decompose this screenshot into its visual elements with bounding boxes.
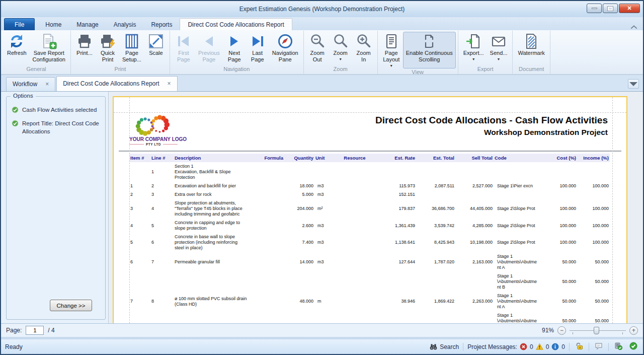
navigation-pane-button[interactable]: Navigation Pane: [269, 32, 301, 65]
cell-resource: [333, 292, 377, 311]
page-layout-button[interactable]: Page Layout▼: [380, 32, 403, 68]
ribbon-group-label-general: General: [3, 65, 70, 74]
next-page-button[interactable]: Next Page: [223, 32, 246, 65]
close-button[interactable]: ✕: [619, 4, 640, 13]
tab-list-dropdown-button[interactable]: [628, 79, 639, 89]
ribbon-tab-home[interactable]: Home: [38, 19, 69, 30]
quick-print-button[interactable]: Quick Print: [96, 32, 119, 65]
backup-status-button[interactable]: [613, 342, 624, 351]
check-icon: [12, 120, 19, 127]
ribbon-tab-direct-cost-code-allocations-report[interactable]: Direct Cost Code Allocations Report: [180, 18, 292, 30]
last-page-button[interactable]: Last Page: [246, 32, 269, 65]
close-tab-icon[interactable]: ×: [45, 82, 49, 87]
comments-button[interactable]: [593, 342, 604, 351]
search-button[interactable]: Search: [430, 343, 459, 350]
scale-button[interactable]: Scale: [144, 32, 168, 65]
watermark-button[interactable]: Watermark: [515, 32, 547, 65]
cell-resource: [333, 311, 377, 323]
table-row: Stage 1 \Abutments\Abutme nt B50.00050.0…: [129, 272, 610, 292]
ribbon-tab-reports[interactable]: Reports: [143, 19, 180, 30]
refresh-button[interactable]: Refresh: [4, 32, 30, 65]
table-row: 12Excavation and backfill for pier18.000…: [129, 182, 610, 190]
watermark-icon: [523, 33, 539, 49]
ribbon-group-label-print: Print: [71, 65, 169, 74]
previous-page-icon: [201, 33, 217, 49]
column-header-item: Item #: [129, 154, 150, 162]
warning-icon: [536, 343, 543, 350]
scale-icon: [148, 33, 164, 49]
project-messages[interactable]: Project Messages: 0 0 0: [467, 343, 565, 350]
close-tab-icon[interactable]: ×: [168, 81, 171, 86]
page-number-input[interactable]: [26, 326, 44, 335]
company-logo-subtext-row: PTY LTD: [129, 143, 178, 146]
cell-formula: [258, 252, 284, 272]
cell-total: [416, 162, 455, 182]
cell-code: Stage 1 \Abutments\Abutme nt A: [494, 292, 549, 311]
next-page-icon: [226, 33, 243, 49]
table-row: 78ø 100 mm slotted PVC subsoil drain (Cl…: [129, 292, 610, 311]
zoom-slider[interactable]: [570, 326, 626, 335]
ribbon-tab-manage[interactable]: Manage: [69, 19, 106, 30]
cell-qty: 204.000: [284, 199, 314, 219]
collapse-ribbon-button[interactable]: [630, 22, 638, 28]
zoom-in-button[interactable]: Zoom In: [352, 32, 375, 65]
error-count: 0: [530, 343, 533, 350]
export-button[interactable]: Export...▼: [460, 32, 487, 65]
zoom-button-label: Zoom: [334, 50, 348, 56]
minimize-icon: [592, 8, 597, 9]
cell-item: 5: [129, 233, 150, 252]
page-layout-button-label: Page Layout: [383, 50, 399, 63]
enable-continuous-scrolling-button[interactable]: Enable Continuous Scrolling: [403, 32, 456, 68]
cell-item: [129, 311, 150, 323]
cell-desc: [174, 311, 258, 323]
document-tab-workflow[interactable]: Workflow×: [6, 77, 55, 91]
cell-total: [416, 272, 455, 292]
first-page-icon: [176, 33, 192, 49]
ribbon-group-zoom: Zoom OutZoom▼Zoom InZoom: [304, 31, 378, 74]
last-page-button-label: Last Page: [251, 50, 264, 63]
enable-continuous-scrolling-button-label: Enable Continuous Scrolling: [406, 50, 453, 63]
zoom-controls: 91% − +: [542, 326, 638, 335]
zoom-in-icon: [356, 33, 372, 49]
change-button[interactable]: Change >>: [50, 300, 92, 311]
zoom-out-button-label: Zoom Out: [310, 50, 325, 63]
zoom-out-button[interactable]: Zoom Out: [306, 32, 329, 65]
cell-formula: [258, 182, 284, 190]
cell-formula: [258, 292, 284, 311]
cell-item: 6: [129, 252, 150, 272]
cell-qty: 18.000: [284, 182, 314, 190]
lock-button[interactable]: [574, 342, 585, 351]
column-header-formula: Formula: [258, 154, 284, 162]
maximize-button[interactable]: [603, 4, 618, 13]
app-window: Expert Estimation Genesis (Workshop Demo…: [0, 0, 644, 355]
ribbon-tab-file[interactable]: File: [4, 18, 35, 30]
zoom-in-slider-button[interactable]: +: [629, 326, 638, 335]
minimize-button[interactable]: [587, 4, 602, 13]
cell-line: 7: [150, 252, 174, 272]
maximize-icon: [608, 7, 613, 11]
save-report-configuration-button[interactable]: Save Report Configuration: [30, 32, 68, 65]
print-button[interactable]: Print...: [73, 32, 96, 65]
ribbon-group-label-zoom: Zoom: [304, 65, 377, 74]
refresh-button-label: Refresh: [7, 50, 27, 56]
last-page-icon: [250, 33, 266, 49]
status-separator: [589, 343, 589, 351]
document-tab-direct-cost-code-allocations-report[interactable]: Direct Cost Code Allocations Report×: [56, 76, 177, 91]
ribbon: RefreshSave Report ConfigurationGeneralP…: [1, 30, 643, 75]
status-right-cluster: Search Project Messages: 0 0 0: [430, 342, 639, 351]
cell-income: 100.000: [577, 233, 610, 252]
zoom-slider-thumb[interactable]: [594, 327, 599, 334]
page-setup-button[interactable]: Page Setup...: [119, 32, 144, 65]
zoom-out-slider-button[interactable]: −: [557, 326, 566, 335]
ribbon-tab-analysis[interactable]: Analysis: [106, 19, 144, 30]
cell-desc: Section 1 Excavation, Backfill & Slope P…: [174, 162, 258, 182]
send-button[interactable]: Send...▼: [487, 32, 511, 65]
cell-resource: [333, 272, 377, 292]
cell-sell: 2,163.000: [455, 252, 494, 272]
cell-rate: 38.946: [377, 292, 416, 311]
header-rule: [119, 151, 621, 152]
cell-line: 2: [150, 182, 174, 190]
project-ok-button[interactable]: [628, 342, 639, 351]
zoom-button[interactable]: Zoom▼: [329, 32, 352, 65]
report-preview-area[interactable]: YOUR COMPANY LOGO PTY LTD Direct Cost Co…: [108, 92, 643, 323]
